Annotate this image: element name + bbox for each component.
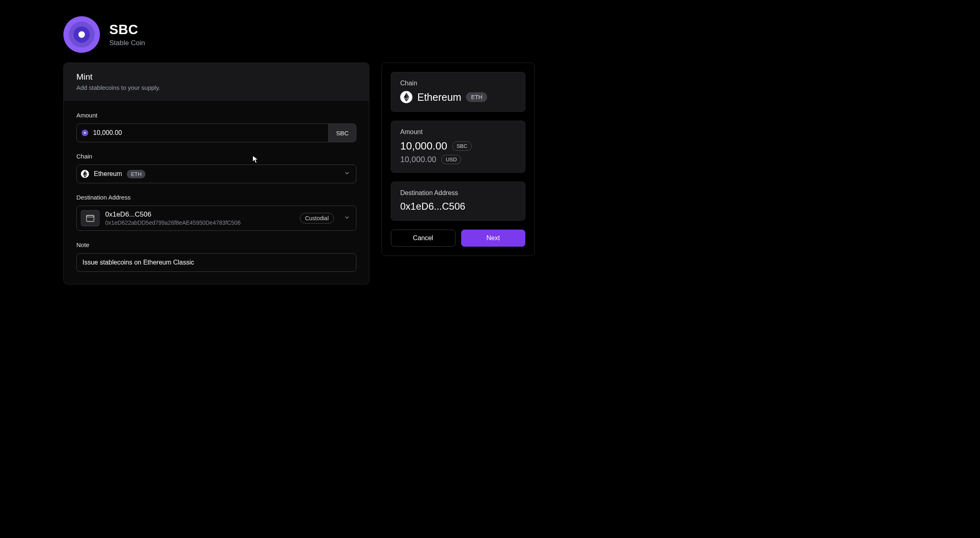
chevron-down-icon — [344, 214, 350, 222]
summary-chain-symbol-badge: ETH — [466, 92, 487, 102]
cancel-button[interactable]: Cancel — [391, 230, 455, 247]
summary-destination-label: Destination Address — [400, 189, 516, 197]
chain-selected-name: Ethereum — [94, 170, 122, 178]
token-name: Stable Coin — [109, 39, 145, 47]
summary-amount-label: Amount — [400, 128, 516, 136]
ethereum-icon — [400, 91, 412, 103]
mint-form-panel: Mint Add stablecoins to your supply. Amo… — [63, 63, 369, 284]
chain-symbol-badge: ETH — [127, 170, 145, 178]
note-field: Note — [76, 241, 356, 272]
amount-unit-badge: SBC — [328, 124, 356, 142]
chevron-down-icon — [344, 170, 350, 178]
summary-chain-card: Chain Ethereum ETH — [391, 72, 525, 112]
amount-label: Amount — [76, 112, 356, 119]
destination-short-address: 0x1eD6...C506 — [105, 210, 241, 219]
chain-field: Chain Ethereum ETH — [76, 153, 356, 183]
wallet-icon — [81, 210, 100, 226]
chain-select[interactable]: Ethereum ETH — [76, 165, 356, 183]
amount-input[interactable] — [88, 124, 328, 142]
destination-full-address: 0x1eD622abDD5ed799a26f8eAE45950De4783fC5… — [105, 219, 241, 226]
destination-label: Destination Address — [76, 194, 356, 201]
svg-rect-1 — [87, 215, 94, 217]
ethereum-icon — [81, 170, 89, 178]
summary-panel: Chain Ethereum ETH Amount 10,000.00 SBC … — [382, 63, 535, 256]
summary-amount-primary: 10,000.00 — [400, 140, 447, 152]
note-input[interactable] — [76, 253, 356, 272]
destination-select[interactable]: 0x1eD6...C506 0x1eD622abDD5ed799a26f8eAE… — [76, 206, 356, 231]
mint-panel-header: Mint Add stablecoins to your supply. — [64, 63, 369, 100]
mint-subtitle: Add stablecoins to your supply. — [76, 84, 356, 91]
note-label: Note — [76, 241, 356, 248]
token-logo-icon — [63, 16, 100, 53]
summary-amount-secondary-unit: USD — [441, 155, 461, 164]
amount-field: Amount SBC — [76, 112, 356, 142]
next-button[interactable]: Next — [461, 230, 526, 247]
destination-field: Destination Address 0x1eD6...C506 0x1eD6… — [76, 194, 356, 231]
summary-chain-name: Ethereum — [417, 91, 461, 103]
destination-type-badge: Custodial — [300, 213, 334, 223]
amount-token-icon — [77, 124, 88, 142]
mint-title: Mint — [76, 72, 356, 82]
summary-chain-label: Chain — [400, 80, 516, 87]
summary-destination-address: 0x1eD6...C506 — [400, 201, 516, 212]
page-header: SBC Stable Coin — [63, 16, 917, 53]
summary-amount-primary-unit: SBC — [452, 141, 472, 151]
svg-rect-0 — [87, 215, 94, 221]
summary-amount-secondary: 10,000.00 — [400, 155, 436, 164]
summary-amount-card: Amount 10,000.00 SBC 10,000.00 USD — [391, 121, 525, 173]
summary-destination-card: Destination Address 0x1eD6...C506 — [391, 182, 525, 221]
token-symbol: SBC — [109, 22, 145, 37]
chain-label: Chain — [76, 153, 356, 160]
